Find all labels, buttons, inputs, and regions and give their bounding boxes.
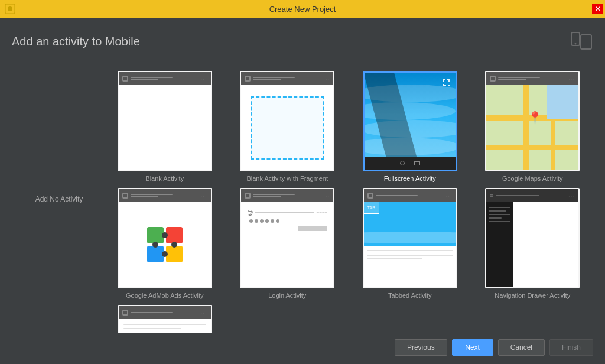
activity-card-google-services[interactable]: ··· [106,188,223,299]
activity-card-blank-fragment[interactable]: ··· Blank Activity with Fragment [229,71,346,182]
card-preview-tabbed: ··· TAB [363,188,457,288]
activity-label-google-services: Google AdMob Ads Activity [126,292,203,299]
activity-label-login: Login Activity [268,292,306,299]
activity-card-blank[interactable]: ··· Blank Activity [106,71,223,182]
card-preview-settings: ··· ✓ [118,305,212,333]
activity-grid: ··· Blank Activity [106,65,591,333]
svg-point-12 [152,242,158,248]
no-activity-column[interactable]: Add No Activity [12,65,106,333]
activity-card-google-maps[interactable]: ··· 📍 [474,71,591,182]
phone-topbar: ··· [119,72,211,85]
svg-point-9 [162,232,168,238]
svg-rect-7 [147,246,164,262]
no-activity-label[interactable]: Add No Activity [35,195,83,203]
svg-point-11 [162,251,168,257]
next-button[interactable]: Next [452,339,493,356]
activity-card-nav-drawer[interactable]: ≡ ··· [474,188,591,299]
grid-area: Add No Activity ··· [12,65,593,333]
card-preview-blank-fragment: ··· [240,71,334,171]
card-preview-login: ··· @ ~~~~ [240,188,334,288]
app-icon [5,4,15,14]
svg-point-10 [171,242,177,248]
map-pin-icon: 📍 [528,110,542,125]
title-bar: Create New Project ✕ [0,0,605,18]
activity-card-fullscreen[interactable]: Fullscreen Activity [352,71,469,182]
card-preview-blank: ··· [118,71,212,171]
card-preview-google-services: ··· [118,188,212,288]
bottom-bar: Previous Next Cancel Finish [12,333,593,358]
activity-grid-wrapper[interactable]: ··· Blank Activity [106,65,593,333]
activity-label-google-maps: Google Maps Activity [502,175,563,182]
activity-card-login[interactable]: ··· @ ~~~~ [229,188,346,299]
cancel-button[interactable]: Cancel [498,339,545,356]
activity-card-tabbed[interactable]: ··· TAB [352,188,469,299]
activity-card-settings[interactable]: ··· ✓ [106,305,223,333]
activity-label-tabbed: Tabbed Activity [388,292,431,299]
svg-point-4 [575,43,577,45]
previous-button[interactable]: Previous [395,339,447,356]
svg-point-1 [8,6,12,11]
activity-label-blank: Blank Activity [145,175,184,182]
card-preview-nav-drawer: ≡ ··· [485,188,580,288]
window-title: Create New Project [269,5,336,14]
svg-rect-3 [581,35,591,49]
svg-rect-8 [166,246,183,262]
puzzle-icon [144,224,186,265]
card-preview-fullscreen [363,71,457,171]
close-button[interactable]: ✕ [592,4,603,14]
page-title: Add an activity to Mobile [12,35,140,48]
device-icon [570,30,593,53]
page-header: Add an activity to Mobile [12,30,593,53]
fullscreen-expand-icon [441,77,451,89]
finish-button[interactable]: Finish [549,339,593,356]
activity-label-blank-fragment: Blank Activity with Fragment [246,175,328,182]
svg-rect-6 [166,227,183,243]
svg-rect-5 [147,227,164,243]
activity-label-nav-drawer: Navigation Drawer Activity [495,292,570,299]
card-preview-google-maps: ··· 📍 [485,71,580,171]
activity-label-fullscreen: Fullscreen Activity [384,175,436,182]
main-content: Add an activity to Mobile Add No Activit… [0,18,605,364]
